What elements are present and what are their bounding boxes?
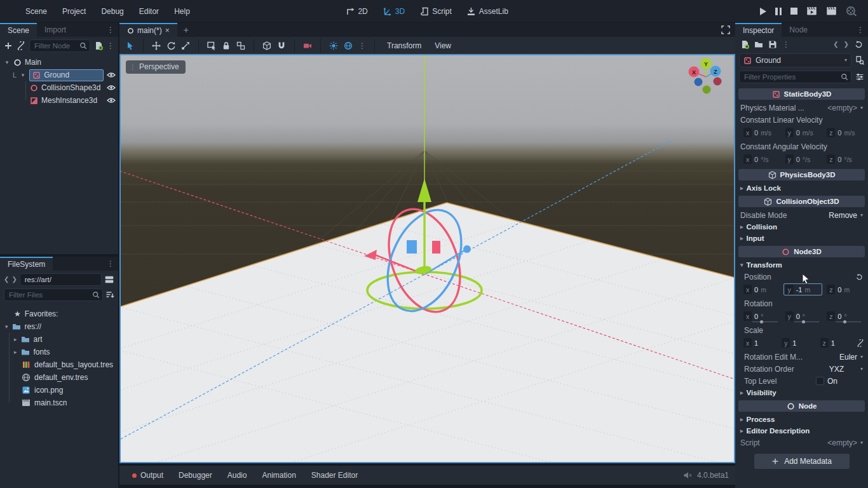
chevron-down-icon[interactable]: ▾ [860,355,863,360]
expand-viewport-icon[interactable] [721,25,730,34]
history-back-icon[interactable]: ❮ [833,41,838,48]
nav-neg-x-ball[interactable] [695,78,703,86]
rotation-x-field[interactable]: x0° [742,310,781,322]
move-mode-icon[interactable] [152,41,161,50]
group-transform[interactable]: ▾Transform [735,259,868,271]
category-node3d[interactable]: Node3D [738,246,865,257]
pause-button[interactable] [775,8,782,15]
play-custom-scene-button[interactable] [826,6,837,17]
collapse-icon[interactable]: ▾ [4,59,10,65]
group-process[interactable]: ▸Process [735,414,868,425]
select-mode-icon[interactable] [126,41,135,50]
list-select-icon[interactable] [207,41,216,50]
group-axis-lock[interactable]: ▸Axis Lock [735,182,868,194]
lock-icon[interactable] [222,41,231,50]
category-staticbody3d[interactable]: StaticBody3D [738,88,865,100]
fs-row-favorites[interactable]: ★ Favorites: [0,308,118,320]
cav-z-field[interactable]: z0°/s [825,153,864,165]
menu-project[interactable]: Project [55,4,93,18]
rotation-z-field[interactable]: z0° [825,310,864,322]
perspective-button[interactable]: ⋮ Perspective [126,60,186,74]
tree-row-meshinstance3d[interactable]: MeshInstance3d [0,94,118,107]
category-node[interactable]: Node [738,400,865,412]
movie-maker-icon[interactable] [846,6,857,17]
add-metadata-button[interactable]: Add Metadata [754,454,850,469]
play-scene-button[interactable] [806,6,817,17]
transform-menu[interactable]: Transform [383,41,425,50]
mute-speaker-icon[interactable] [683,471,692,480]
tab-import[interactable]: Import [37,23,74,37]
dock-menu-icon[interactable]: ⋮ [103,259,118,268]
scale-x-field[interactable]: x1 [742,337,777,349]
tab-scene[interactable]: Scene [0,23,37,37]
fs-row-icon-png[interactable]: icon.png [0,384,118,396]
visibility-eye-icon[interactable] [107,96,116,105]
menu-editor[interactable]: Editor [132,4,166,18]
fs-row-default-env[interactable]: default_env.tres [0,371,118,384]
bottom-tab-debugger[interactable]: Debugger [172,468,219,482]
nav-neg-y-ball[interactable] [703,86,711,94]
cav-y-field[interactable]: y0°/s [783,153,823,165]
visibility-eye-icon[interactable] [107,71,116,79]
dock-menu-icon[interactable]: ⋮ [853,25,868,34]
category-collisionobject3d[interactable]: CollisionObject3D [738,196,865,207]
fs-row-main-tscn[interactable]: main.tscn [0,396,118,409]
chevron-down-icon[interactable]: ▾ [860,367,863,372]
fs-row-art[interactable]: ▸ art [0,333,118,346]
history-forward-icon[interactable]: ❯ [844,41,849,48]
menu-scene[interactable]: Scene [18,4,55,18]
3d-viewport[interactable]: Y X Z ⋮ Perspective [119,54,735,463]
property-tools-icon[interactable] [855,72,864,81]
bottom-tab-output[interactable]: Output [126,468,170,482]
chevron-down-icon[interactable]: ▾ [860,213,863,218]
category-physicsbody3d[interactable]: PhysicsBody3D [738,169,865,180]
expand-icon[interactable]: ▸ [14,337,17,342]
fs-row-default-bus-layout[interactable]: default_bus_layout.tres [0,358,118,371]
tree-row-ground[interactable]: L ▾ Ground [0,69,118,81]
fs-row-res[interactable]: ▾ res:// [0,320,118,333]
cav-x-field[interactable]: x0°/s [742,153,781,165]
gizmo-yz-plane-handle[interactable] [432,241,440,254]
rotation-y-field[interactable]: y0° [783,310,823,322]
edited-node-selector[interactable]: Ground ▾ [739,53,851,67]
group-editor-description[interactable]: ▸Editor Description [735,425,868,437]
nav-neg-z-ball[interactable] [714,78,722,86]
workspace-3d[interactable]: 3D [378,5,410,18]
stop-button[interactable] [790,8,797,15]
visibility-eye-icon[interactable] [107,83,116,92]
add-node-button[interactable] [4,41,13,50]
prop-rotation-edit-mode[interactable]: Rotation Edit M... Euler ▾ [735,351,868,363]
bottom-tab-audio[interactable]: Audio [221,468,254,482]
group-icon[interactable] [236,41,245,50]
position-x-field[interactable]: x0m [742,283,781,295]
revert-icon[interactable] [855,273,863,281]
prop-rotation-order[interactable]: Rotation Order YXZ ▾ [735,363,868,375]
expand-icon[interactable]: ▸ [14,349,17,355]
tree-row-collisionshape3d[interactable]: CollisionShape3d [0,81,118,94]
save-resource-icon[interactable] [768,40,777,49]
filter-files-input[interactable] [4,288,103,301]
tab-inspector[interactable]: Inspector [735,23,782,37]
menu-help[interactable]: Help [166,4,198,18]
filter-properties-input[interactable] [739,71,851,83]
tab-node[interactable]: Node [782,23,815,37]
sort-files-icon[interactable] [105,290,114,299]
nav-back-icon[interactable]: ❮ [4,276,9,283]
workspace-script[interactable]: Script [415,5,457,18]
view-menu[interactable]: View [431,41,455,50]
snap-magnet-icon[interactable] [277,41,286,50]
clv-x-field[interactable]: x0m/s [742,126,781,139]
toggle-split-mode-icon[interactable] [104,274,114,285]
clv-y-field[interactable]: y0m/s [783,126,823,139]
top-level-checkbox[interactable] [816,377,824,385]
instance-scene-button[interactable] [17,41,25,50]
nav-forward-icon[interactable]: ❯ [11,276,17,283]
resource-menu-icon[interactable]: ⋮ [782,40,790,49]
dock-menu-icon[interactable]: ⋮ [103,25,118,34]
bottom-tab-animation[interactable]: Animation [255,468,302,482]
collapse-icon[interactable]: ▾ [5,324,8,330]
prop-top-level[interactable]: Top Level On [735,375,868,387]
position-z-field[interactable]: z0m [825,283,864,295]
bottom-tab-shader-editor[interactable]: Shader Editor [305,468,364,482]
prop-physics-material[interactable]: Physics Material ... <empty> ▾ [735,102,868,114]
